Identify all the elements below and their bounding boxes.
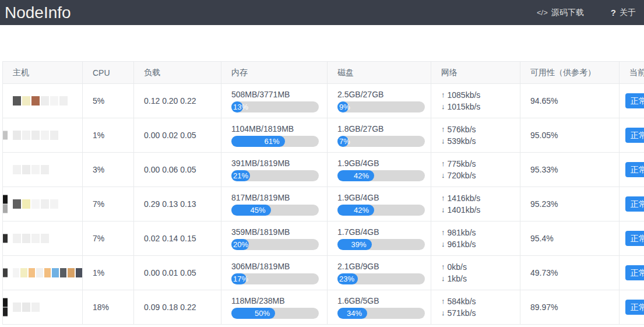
disk-cell: 1.8GB/27GB 7%	[328, 118, 431, 153]
host-redacted-name	[13, 165, 82, 174]
host-mosaic-block	[22, 303, 30, 312]
host-mosaic-block	[13, 165, 21, 174]
host-mosaic-block	[50, 199, 58, 209]
host-mosaic-block	[41, 165, 49, 174]
disk-cell: 1.9GB/4GB 42%	[328, 153, 431, 187]
host-mosaic-block	[13, 131, 21, 140]
disk-bar-fill: 9%	[337, 101, 349, 112]
memory-bar-track: 50%	[231, 308, 319, 319]
host-edge-strip	[3, 298, 8, 317]
download-arrow-icon: ↓	[441, 307, 445, 319]
disk-bar-track: 34%	[337, 308, 425, 319]
upload-arrow-icon: ↑	[441, 89, 445, 101]
topbar-nav: </> 源码下载 ? 关于	[537, 8, 638, 18]
host-redacted-name	[13, 199, 82, 209]
cpu-cell: 1%	[83, 118, 134, 153]
availability-cell: 89.97%	[520, 290, 620, 325]
status-badge[interactable]: 正常	[625, 162, 644, 177]
download-speed: 571kb/s	[448, 307, 476, 319]
host-redacted-name	[13, 268, 82, 277]
availability-cell: 95.33%	[520, 153, 620, 187]
disk-percent-label: 42%	[354, 206, 369, 215]
table-body: 5% 0.12 0.20 0.22 508MB/3771MB 13% 2.5GB…	[3, 84, 644, 325]
host-mosaic-block	[13, 303, 21, 312]
disk-bar-fill: 34%	[337, 308, 367, 319]
memory-bar-track: 20%	[231, 239, 319, 250]
cpu-cell: 5%	[83, 84, 134, 118]
topbar: NodeInfo </> 源码下载 ? 关于	[0, 0, 644, 25]
host-cell	[3, 153, 83, 187]
host-cell	[3, 221, 83, 256]
host-mosaic-block	[13, 234, 21, 243]
host-mosaic-block	[31, 131, 40, 140]
download-speed: 539kb/s	[448, 135, 476, 147]
upload-arrow-icon: ↑	[441, 261, 445, 273]
host-mosaic-block	[13, 199, 21, 209]
host-mosaic-block	[29, 268, 35, 277]
col-header-disk: 磁盘	[328, 62, 431, 84]
status-cell: 正常	[620, 290, 644, 325]
col-header-status: 当前状态	[620, 62, 644, 84]
load-cell: 0.09 0.18 0.22	[134, 290, 221, 325]
disk-cell: 2.1GB/9GB 23%	[328, 256, 431, 290]
memory-cell: 1104MB/1819MB 61%	[221, 118, 328, 153]
upload-speed: 1416kb/s	[448, 192, 481, 204]
disk-percent-label: 39%	[351, 240, 366, 249]
status-badge[interactable]: 正常	[625, 128, 644, 143]
status-badge[interactable]: 正常	[625, 93, 644, 108]
status-cell: 正常	[620, 118, 644, 153]
disk-bar-fill: 39%	[337, 239, 372, 250]
col-header-availability: 可用性（供参考）	[520, 62, 620, 84]
host-cell	[3, 118, 83, 153]
download-speed: 1401kb/s	[448, 204, 481, 216]
status-cell: 正常	[620, 256, 644, 290]
disk-cell: 2.5GB/27GB 9%	[328, 84, 431, 118]
cpu-cell: 7%	[83, 187, 134, 221]
disk-usage-text: 2.1GB/9GB	[337, 262, 431, 271]
download-speed: 1015kb/s	[448, 101, 481, 112]
disk-cell: 1.7GB/4GB 39%	[328, 221, 431, 256]
host-redacted-name	[13, 131, 82, 140]
memory-bar-track: 45%	[231, 205, 319, 216]
about-label: 关于	[620, 8, 636, 18]
memory-percent-label: 45%	[250, 206, 265, 215]
node-table-wrap: 主机 CPU 负载 内存 磁盘 网络 可用性（供参考） 当前状态 5% 0.12…	[0, 61, 644, 325]
source-download-link[interactable]: </> 源码下载	[537, 8, 584, 18]
download-arrow-icon: ↓	[441, 170, 445, 181]
network-cell: ↑ 775kb/s ↓ 720kb/s	[431, 153, 520, 187]
memory-bar-fill: 17%	[231, 273, 247, 284]
host-edge-block	[3, 205, 8, 213]
host-cell	[3, 84, 83, 118]
network-cell: ↑ 1416kb/s ↓ 1401kb/s	[431, 187, 520, 221]
host-cell	[3, 187, 83, 221]
memory-usage-text: 391MB/1819MB	[231, 159, 327, 168]
host-edge-block	[3, 298, 8, 307]
availability-cell: 95.23%	[520, 187, 620, 221]
memory-bar-fill: 13%	[231, 101, 243, 112]
host-redacted-name	[13, 96, 82, 106]
upload-speed: 981kb/s	[448, 227, 476, 238]
memory-cell: 306MB/1819MB 17%	[221, 256, 328, 290]
status-badge[interactable]: 正常	[625, 300, 644, 315]
table-row: 7% 0.02 0.14 0.15 359MB/1819MB 20% 1.7GB…	[3, 221, 644, 256]
disk-percent-label: 9%	[339, 103, 350, 111]
availability-cell: 49.73%	[520, 256, 620, 290]
memory-bar-track: 13%	[231, 101, 319, 112]
upload-speed: 584kb/s	[448, 296, 476, 307]
about-link[interactable]: ? 关于	[611, 8, 636, 18]
status-badge[interactable]: 正常	[625, 231, 644, 246]
help-icon: ?	[611, 8, 616, 17]
memory-usage-text: 118MB/238MB	[231, 296, 327, 305]
memory-bar-fill: 20%	[231, 239, 249, 250]
status-cell: 正常	[620, 187, 644, 221]
disk-bar-fill: 23%	[337, 273, 358, 284]
memory-percent-label: 21%	[233, 171, 248, 180]
status-badge[interactable]: 正常	[625, 196, 644, 212]
download-arrow-icon: ↓	[441, 101, 445, 112]
host-edge-block	[3, 131, 8, 140]
status-badge[interactable]: 正常	[625, 265, 644, 280]
disk-percent-label: 34%	[347, 309, 362, 318]
disk-bar-track: 23%	[337, 273, 425, 284]
host-edge-block	[3, 234, 8, 243]
upload-speed: 0kb/s	[448, 261, 467, 273]
